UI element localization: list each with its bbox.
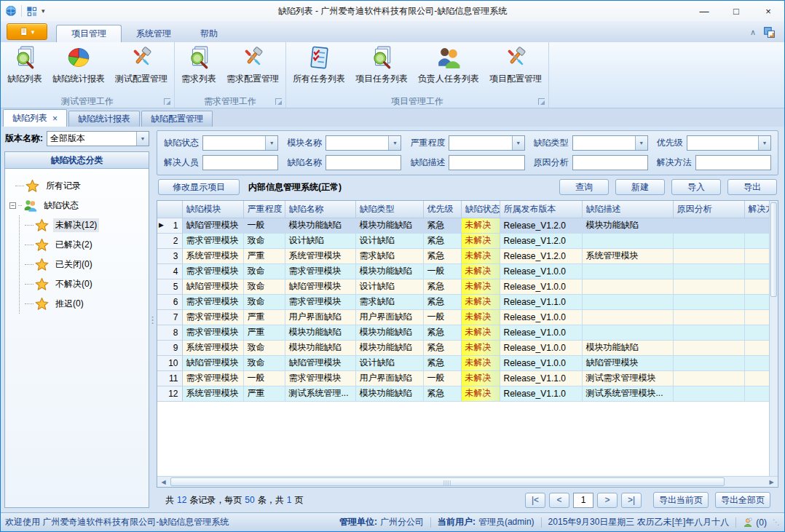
dialog-launcher-icon[interactable] <box>164 98 170 105</box>
doc-tab-defect-list[interactable]: 缺陷列表 × <box>3 109 67 127</box>
column-header[interactable]: 严重程度 <box>243 201 285 218</box>
scroll-right-icon[interactable]: ▶ <box>765 479 778 485</box>
project-tasks-button[interactable]: 项目任务列表 <box>350 43 413 85</box>
last-page-button[interactable]: >| <box>621 493 642 508</box>
version-select[interactable]: 全部版本 ▼ <box>47 131 149 146</box>
all-tasks-button[interactable]: 所有任务列表 <box>288 43 350 85</box>
column-header[interactable]: 原因分析 <box>673 201 744 218</box>
vertical-scrollbar[interactable] <box>769 201 778 476</box>
chevron-down-icon[interactable]: ▼ <box>635 136 647 150</box>
prev-page-button[interactable]: < <box>549 493 569 508</box>
filter-label: 原因分析 <box>534 156 569 169</box>
column-header[interactable]: 缺陷名称 <box>285 201 355 218</box>
export-current-page-button[interactable]: 导出当前页 <box>653 492 709 508</box>
defect-desc-input[interactable] <box>449 155 524 170</box>
next-page-button[interactable]: > <box>597 493 618 508</box>
column-header[interactable]: 缺陷描述 <box>582 201 673 218</box>
vertical-scrollbar-thumb[interactable] <box>770 202 777 297</box>
table-row[interactable]: 12 系统管理模块严重测试系统管理...模块功能缺陷紧急未解决Release_V… <box>157 386 778 401</box>
tree-item-defect-status[interactable]: − 缺陷状态 <box>9 196 147 215</box>
doc-tab-defect-config[interactable]: 缺陷配置管理 <box>141 111 213 127</box>
messages-indicator[interactable]: (0) <box>743 517 767 528</box>
chevron-down-icon[interactable]: ▼ <box>265 136 277 150</box>
cell: 测试系统管理... <box>285 386 355 401</box>
search-button[interactable]: 查询 <box>559 179 609 195</box>
collapse-minus-icon[interactable]: − <box>9 202 16 209</box>
resize-grip-icon[interactable]: ⋱ <box>773 518 780 526</box>
owner-tasks-button[interactable]: 负责人任务列表 <box>413 43 484 85</box>
horizontal-scrollbar[interactable]: ◀ |||| ▶ <box>157 476 778 487</box>
table-row[interactable]: 5 缺陷管理模块致命缺陷管理模块设计缺陷紧急未解决Release_V1.0.0 <box>157 279 778 294</box>
chevron-down-icon[interactable]: ▼ <box>758 136 770 150</box>
tree-item-all-records[interactable]: 所有记录 <box>9 176 147 196</box>
requirement-config-button[interactable]: 需求配置管理 <box>221 43 284 85</box>
tree-item-wont-fix[interactable]: 不解决(0) <box>25 274 147 294</box>
defect-status-select[interactable]: ▼ <box>202 135 278 151</box>
close-tab-icon[interactable]: × <box>52 114 58 124</box>
tree-item-postponed[interactable]: 推迟(0) <box>25 294 147 314</box>
defect-report-button[interactable]: 缺陷统计报表 <box>47 43 110 85</box>
tree-item-closed[interactable]: 已关闭(0) <box>25 255 147 274</box>
column-header[interactable]: 缺陷模块 <box>182 201 243 218</box>
combo-value <box>326 136 388 150</box>
chevron-down-icon[interactable]: ▼ <box>512 136 524 150</box>
maximize-button[interactable]: □ <box>720 1 752 21</box>
table-row[interactable]: 10 缺陷管理模块致命缺陷管理模块设计缺陷紧急未解决Release_V1.0.0… <box>157 355 778 370</box>
solution-input[interactable] <box>695 155 771 170</box>
ribbon-group-project: 所有任务列表 项目任务列表 负责人任务列表 项目配置管理 项目管理工作 <box>286 42 549 108</box>
ribbon-tab-project[interactable]: 项目管理 <box>56 25 122 42</box>
chevron-down-icon[interactable]: ▼ <box>388 136 401 150</box>
column-header[interactable]: 优先级 <box>423 201 461 218</box>
column-header[interactable]: 缺陷类型 <box>355 201 423 218</box>
table-row[interactable]: 7 需求管理模块严重用户界面缺陷用户界面缺陷一般未解决Release_V1.0.… <box>157 309 778 325</box>
modify-columns-button[interactable]: 修改显示项目 <box>158 179 240 195</box>
table-row[interactable]: 2 需求管理模块致命设计缺陷设计缺陷紧急未解决Release_V1.2.0 <box>157 233 778 248</box>
tree-connector <box>15 186 24 186</box>
page-number-input[interactable] <box>573 493 593 508</box>
ribbon-tab-help[interactable]: 帮助 <box>186 25 232 42</box>
module-name-select[interactable]: ▼ <box>326 135 401 151</box>
export-all-pages-button[interactable]: 导出全部页 <box>715 492 770 508</box>
window-list-icon[interactable] <box>26 6 37 17</box>
app-menu-button[interactable]: ▾ <box>7 23 47 40</box>
button-label: 项目任务列表 <box>355 73 408 85</box>
defect-type-select[interactable]: ▼ <box>572 135 648 151</box>
ribbon-collapse-icon[interactable]: ∧ <box>750 28 756 37</box>
defect-name-input[interactable] <box>326 155 401 170</box>
switch-window-icon[interactable] <box>763 26 776 39</box>
table-row[interactable]: 6 需求管理模块致命需求管理模块需求缺陷紧急未解决Release_V1.1.0 <box>157 294 778 309</box>
table-row[interactable]: 9 系统管理模块致命模块功能缺陷模块功能缺陷紧急未解决Release_V1.0.… <box>157 340 778 355</box>
resolver-input[interactable] <box>202 155 278 170</box>
requirement-list-button[interactable]: 需求列表 <box>176 43 221 85</box>
minimize-button[interactable]: — <box>688 1 720 21</box>
table-row[interactable]: 4 需求管理模块致命需求管理模块模块功能缺陷一般未解决Release_V1.0.… <box>157 263 778 279</box>
qat-dropdown-icon[interactable]: ▾ <box>42 7 45 15</box>
tree-item-resolved[interactable]: 已解决(2) <box>25 235 147 255</box>
table-row[interactable]: 11 需求管理模块一般需求管理模块用户界面缺陷一般未解决Release_V1.1… <box>157 370 778 386</box>
sidebar-splitter[interactable]: ⋮ <box>149 127 156 512</box>
dialog-launcher-icon[interactable] <box>275 98 282 105</box>
ribbon-tab-system[interactable]: 系统管理 <box>122 25 186 42</box>
severity-select[interactable]: ▼ <box>449 135 524 151</box>
scroll-left-icon[interactable]: ◀ <box>157 479 170 485</box>
defect-list-button[interactable]: 缺陷列表 <box>2 43 47 85</box>
cause-analysis-input[interactable] <box>572 155 648 170</box>
project-config-button[interactable]: 项目配置管理 <box>484 43 547 85</box>
first-page-button[interactable]: |< <box>525 493 545 508</box>
priority-select[interactable]: ▼ <box>687 135 771 151</box>
import-button[interactable]: 导入 <box>671 179 721 195</box>
close-button[interactable]: × <box>752 1 784 21</box>
table-row[interactable]: ▶1 缺陷管理模块一般模块功能缺陷模块功能缺陷紧急未解决Release_V1.2… <box>157 218 778 233</box>
table-row[interactable]: 8 需求管理模块严重模块功能缺陷模块功能缺陷紧急未解决Release_V1.0.… <box>157 325 778 340</box>
tree-item-unresolved[interactable]: 未解决(12) <box>25 215 147 235</box>
test-config-button[interactable]: 测试配置管理 <box>110 43 173 85</box>
column-header[interactable]: 缺陷状态 <box>461 201 500 218</box>
horizontal-scrollbar-thumb[interactable]: |||| <box>170 477 725 486</box>
chevron-down-icon[interactable]: ▼ <box>136 132 149 146</box>
dialog-launcher-icon[interactable] <box>538 98 545 105</box>
column-header[interactable]: 所属发布版本 <box>500 201 582 218</box>
export-button[interactable]: 导出 <box>727 179 777 195</box>
doc-tab-defect-report[interactable]: 缺陷统计报表 <box>68 111 140 127</box>
table-row[interactable]: 3 系统管理模块严重系统管理模块需求缺陷紧急未解决Release_V1.2.0系… <box>157 248 778 263</box>
new-button[interactable]: 新建 <box>615 179 665 195</box>
